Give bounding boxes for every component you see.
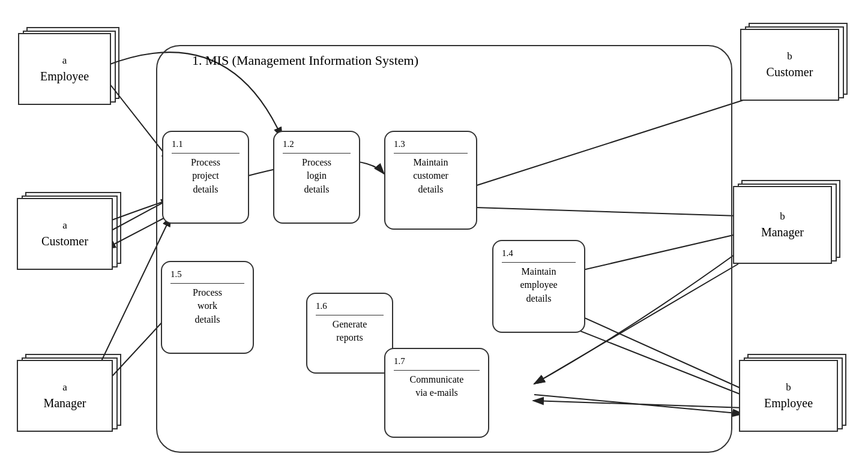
proc-1-7-num: 1.7 <box>394 355 480 371</box>
proc-1-4-label: Maintainemployeedetails <box>520 265 557 305</box>
process-1-2: 1.2 Processlogindetails <box>273 131 360 224</box>
proc-1-3-num: 1.3 <box>394 138 468 154</box>
entity-b-customer-top: b <box>787 49 792 64</box>
proc-1-6-label: Generatereports <box>333 318 367 345</box>
proc-1-6-num: 1.6 <box>316 300 384 315</box>
process-1-6: 1.6 Generatereports <box>306 293 393 374</box>
entity-a-employee: a Employee <box>18 33 111 105</box>
entity-b-employee-top: b <box>786 380 791 395</box>
entity-a-manager: a Manager <box>17 360 113 432</box>
entity-b-customer-label: Customer <box>767 64 813 80</box>
process-1-7: 1.7 Communicatevia e-mails <box>384 348 489 438</box>
entity-a-customer-top: a <box>62 218 67 233</box>
process-1-1: 1.1 Processprojectdetails <box>162 131 249 224</box>
process-1-4: 1.4 Maintainemployeedetails <box>492 240 585 333</box>
entity-a-customer-label: Customer <box>41 233 88 249</box>
entity-a-manager-top: a <box>62 380 67 395</box>
process-1-3: 1.3 Maintaincustomerdetails <box>384 131 477 230</box>
proc-1-3-label: Maintaincustomerdetails <box>413 156 448 196</box>
proc-1-1-num: 1.1 <box>172 138 240 154</box>
entity-a-customer: a Customer <box>17 198 113 270</box>
proc-1-1-label: Processprojectdetails <box>191 156 220 196</box>
proc-1-5-num: 1.5 <box>170 268 244 284</box>
entity-a-manager-label: Manager <box>43 395 86 411</box>
entity-b-customer: b Customer <box>740 29 839 101</box>
entity-b-employee-label: Employee <box>764 395 813 411</box>
proc-1-2-label: Processlogindetails <box>302 156 331 196</box>
mis-label: 1. MIS (Management Information System) <box>192 53 418 68</box>
process-1-5: 1.5 Processworkdetails <box>161 261 254 354</box>
proc-1-4-num: 1.4 <box>502 247 576 263</box>
diagram-container: 1. MIS (Management Information System) a… <box>0 0 868 475</box>
proc-1-2-num: 1.2 <box>283 138 351 154</box>
entity-a-employee-label: Employee <box>40 68 89 85</box>
entity-b-employee: b Employee <box>739 360 838 432</box>
proc-1-5-label: Processworkdetails <box>193 286 222 326</box>
entity-a-employee-top: a <box>62 53 67 68</box>
proc-1-7-label: Communicatevia e-mails <box>410 373 464 400</box>
entity-b-manager-top: b <box>780 209 785 224</box>
entity-b-manager-label: Manager <box>761 224 804 240</box>
entity-b-manager: b Manager <box>733 186 832 264</box>
